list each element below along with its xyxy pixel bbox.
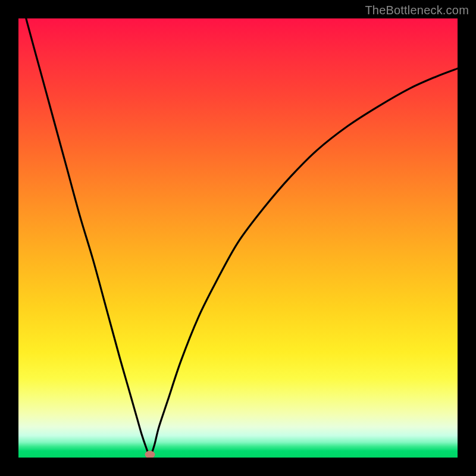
bottleneck-curve bbox=[18, 18, 458, 458]
optimum-marker bbox=[145, 450, 155, 458]
chart-frame: TheBottleneck.com bbox=[0, 0, 476, 476]
watermark-text: TheBottleneck.com bbox=[365, 4, 469, 17]
plot-area bbox=[18, 18, 458, 458]
